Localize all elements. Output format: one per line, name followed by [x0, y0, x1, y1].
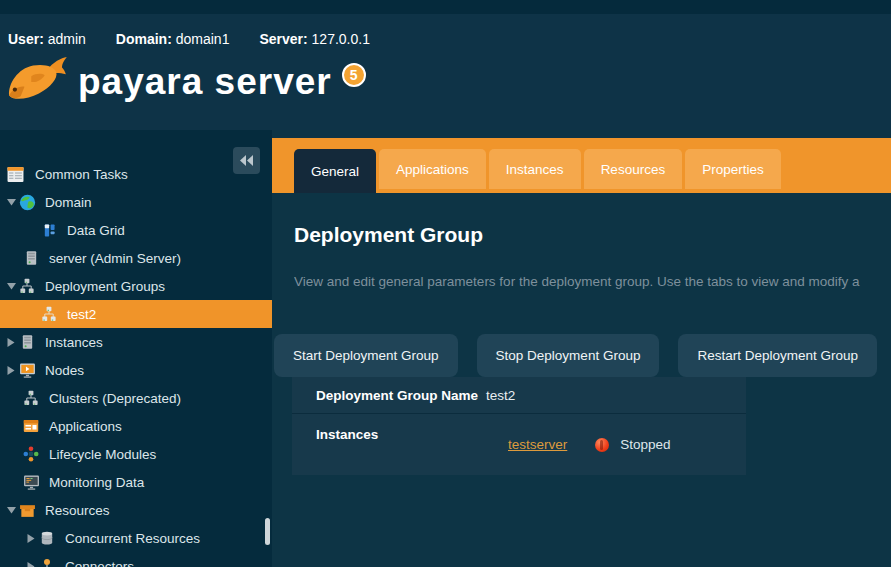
sidebar-item-label: Domain — [45, 195, 92, 210]
server-icon — [22, 250, 40, 266]
navigation-sidebar: Common Tasks Domain Data Grid server (Ad… — [0, 130, 272, 567]
table-row: Instances testserver Stopped — [292, 414, 746, 475]
sidebar-item-label: server (Admin Server) — [49, 251, 181, 266]
status-text: Stopped — [620, 437, 670, 452]
sidebar-item-label: Nodes — [45, 363, 84, 378]
payara-fish-icon — [6, 55, 68, 109]
session-info: User: admin Domain: domain1 Server: 127.… — [8, 31, 370, 47]
stop-deployment-group-button[interactable]: Stop Deployment Group — [477, 334, 660, 377]
sidebar-item-label: Clusters (Deprecated) — [49, 391, 181, 406]
sidebar-item-label: Instances — [45, 335, 103, 350]
cluster-icon — [18, 278, 36, 294]
user-label: User: — [8, 31, 44, 47]
deployment-group-name-label: Deployment Group Name — [292, 388, 486, 403]
sidebar-item-instances[interactable]: Instances — [0, 328, 272, 356]
sidebar-item-label: Data Grid — [67, 223, 125, 238]
monitoring-icon — [22, 474, 40, 491]
expander-right-icon[interactable] — [4, 366, 18, 375]
sidebar-item-concurrent-resources[interactable]: Concurrent Resources — [0, 524, 272, 552]
server-value: 127.0.0.1 — [312, 31, 370, 47]
instance-link[interactable]: testserver — [508, 437, 567, 452]
sidebar-item-common-tasks[interactable]: Common Tasks — [0, 160, 272, 188]
tab-general[interactable]: General — [294, 149, 376, 193]
tab-label: Properties — [702, 162, 764, 177]
sidebar-item-label: Monitoring Data — [49, 475, 144, 490]
expander-right-icon[interactable] — [24, 534, 38, 543]
page-title: Deployment Group — [294, 223, 891, 247]
applications-icon — [22, 418, 40, 434]
expander-right-icon[interactable] — [4, 338, 18, 347]
sidebar-item-clusters-deprecated[interactable]: Clusters (Deprecated) — [0, 384, 272, 412]
tab-label: Applications — [396, 162, 469, 177]
app-header: User: admin Domain: domain1 Server: 127.… — [0, 0, 891, 130]
server-info: Server: 127.0.0.1 — [259, 31, 370, 47]
deployment-group-table: Deployment Group Name test2 Instances te… — [292, 377, 746, 475]
task-list-icon — [6, 166, 24, 183]
globe-icon — [18, 194, 36, 211]
sidebar-item-resources[interactable]: Resources — [0, 496, 272, 524]
sidebar-item-label: Connectors — [65, 559, 134, 567]
action-buttons: Start Deployment Group Stop Deployment G… — [274, 334, 891, 377]
domain-value: domain1 — [176, 31, 230, 47]
sidebar-item-domain[interactable]: Domain — [0, 188, 272, 216]
tab-applications[interactable]: Applications — [379, 149, 486, 189]
server-label: Server: — [259, 31, 307, 47]
tab-instances[interactable]: Instances — [489, 149, 581, 189]
navigation-tree: Common Tasks Domain Data Grid server (Ad… — [0, 130, 272, 567]
tab-label: Instances — [506, 162, 564, 177]
sidebar-item-deployment-groups[interactable]: Deployment Groups — [0, 272, 272, 300]
content-area: Deployment Group View and edit general p… — [272, 193, 891, 567]
server-icon — [18, 334, 36, 350]
sidebar-item-admin-server[interactable]: server (Admin Server) — [0, 244, 272, 272]
logo-text: payara server — [78, 61, 332, 103]
domain-info: Domain: domain1 — [116, 31, 230, 47]
tab-label: Resources — [601, 162, 666, 177]
sidebar-collapse-button[interactable] — [233, 147, 260, 174]
version-badge: 5 — [342, 63, 366, 87]
main-panel: General Applications Instances Resources… — [272, 130, 891, 567]
collapse-arrows-icon — [240, 152, 253, 170]
sidebar-item-label: test2 — [67, 307, 96, 322]
sidebar-item-data-grid[interactable]: Data Grid — [0, 216, 272, 244]
tab-resources[interactable]: Resources — [584, 149, 683, 189]
restart-deployment-group-button[interactable]: Restart Deployment Group — [678, 334, 877, 377]
cluster-icon — [22, 390, 40, 406]
sidebar-item-applications[interactable]: Applications — [0, 412, 272, 440]
sidebar-item-label: Concurrent Resources — [65, 531, 200, 546]
expander-down-icon[interactable] — [4, 506, 18, 514]
domain-label: Domain: — [116, 31, 172, 47]
tab-label: General — [311, 164, 359, 179]
data-grid-icon — [40, 223, 58, 238]
payara-logo: payara server 5 — [6, 55, 366, 109]
sidebar-item-nodes[interactable]: Nodes — [0, 356, 272, 384]
sidebar-item-label: Applications — [49, 419, 122, 434]
lifecycle-icon — [22, 446, 40, 462]
sidebar-item-monitoring-data[interactable]: Monitoring Data — [0, 468, 272, 496]
sidebar-scrollbar-thumb[interactable] — [265, 518, 270, 545]
sidebar-item-test2[interactable]: test2 — [0, 300, 272, 328]
node-monitor-icon — [18, 362, 36, 379]
user-value: admin — [48, 31, 86, 47]
sidebar-item-connectors[interactable]: Connectors — [0, 552, 272, 567]
status-stopped-icon — [595, 438, 609, 452]
expander-down-icon[interactable] — [4, 282, 18, 290]
database-icon — [38, 530, 56, 546]
expander-right-icon[interactable] — [24, 562, 38, 567]
tab-bar: General Applications Instances Resources… — [272, 138, 891, 193]
page-description: View and edit general parameters for the… — [294, 274, 891, 289]
sidebar-item-label: Lifecycle Modules — [49, 447, 156, 462]
expander-down-icon[interactable] — [4, 198, 18, 206]
sidebar-item-label: Resources — [45, 503, 110, 518]
sidebar-item-lifecycle-modules[interactable]: Lifecycle Modules — [0, 440, 272, 468]
user-info: User: admin — [8, 31, 86, 47]
start-deployment-group-button[interactable]: Start Deployment Group — [274, 334, 458, 377]
table-row: Deployment Group Name test2 — [292, 377, 746, 414]
cluster-icon — [40, 306, 58, 322]
connector-icon — [38, 558, 56, 567]
tab-properties[interactable]: Properties — [685, 149, 781, 189]
deployment-group-name-value: test2 — [486, 388, 515, 403]
sidebar-item-label: Common Tasks — [35, 167, 128, 182]
instances-label: Instances — [292, 414, 486, 442]
resources-box-icon — [18, 502, 36, 519]
sidebar-item-label: Deployment Groups — [45, 279, 165, 294]
